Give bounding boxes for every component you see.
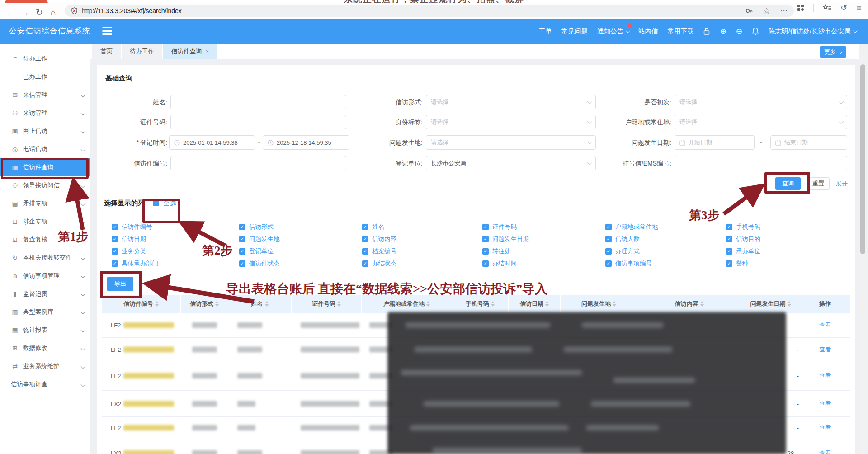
password-key-icon[interactable]: [745, 7, 753, 15]
tab-todo-work[interactable]: 待办工作: [122, 44, 162, 59]
problem-date-end-input[interactable]: 结束日期: [770, 135, 847, 150]
bell-icon[interactable]: [752, 27, 759, 35]
sidebar-item-phone-petition[interactable]: ◎电话信访: [0, 140, 90, 158]
col-header[interactable]: 姓名: [228, 295, 292, 313]
view-link[interactable]: 查看: [800, 321, 850, 329]
column-checkbox[interactable]: 信访事项编号: [605, 259, 652, 268]
sidebar-item-case-library[interactable]: ▥典型案例库: [0, 303, 90, 321]
lock-icon[interactable]: [703, 28, 710, 35]
sidebar-item-todo-work[interactable]: ≡待办工作: [0, 50, 90, 68]
view-link[interactable]: 查看: [800, 372, 850, 380]
column-checkbox[interactable]: 信访内容: [362, 235, 396, 244]
identity-tag-select[interactable]: 请选择: [426, 115, 596, 129]
reading-list-icon[interactable]: [823, 4, 831, 12]
page-scrollbar[interactable]: [859, 44, 867, 454]
sort-icon[interactable]: [613, 301, 616, 307]
sort-icon[interactable]: [215, 301, 219, 307]
sidebar-item-transfer-receive[interactable]: ↻本机关接收转交件: [0, 249, 90, 267]
column-checkbox[interactable]: 信访人数: [605, 235, 640, 244]
column-checkbox[interactable]: 承办单位: [726, 247, 760, 256]
col-header[interactable]: 问题发生地: [561, 295, 637, 313]
column-checkbox[interactable]: 具体承办部门: [112, 259, 158, 268]
select-all-checkbox[interactable]: [153, 200, 159, 206]
more-button[interactable]: 更多: [820, 46, 846, 58]
column-checkbox[interactable]: 业务分类: [112, 247, 146, 256]
col-header[interactable]: 信访形式: [181, 295, 228, 313]
sidebar-item-leader-reception[interactable]: ⚇领导接访阅信: [0, 176, 90, 194]
sidebar-item-matter-review[interactable]: 信访事项评查: [0, 375, 90, 393]
reset-button[interactable]: 重置: [807, 177, 830, 190]
column-checkbox[interactable]: 问题发生日期: [482, 235, 529, 244]
column-checkbox[interactable]: 信访形式: [239, 222, 274, 232]
problem-date-start-input[interactable]: 开始日期: [675, 135, 755, 150]
sort-icon[interactable]: [491, 301, 495, 307]
nav-site-mail[interactable]: 站内信: [638, 27, 658, 36]
column-checkbox[interactable]: 证件号码: [482, 222, 517, 232]
sidebar-item-visit-mgmt[interactable]: ⚇来访管理: [0, 104, 90, 122]
expand-link[interactable]: 展开: [836, 177, 848, 190]
sidebar-item-system-maintain[interactable]: ⇄业务系统维护: [0, 357, 90, 375]
column-checkbox[interactable]: 信访目的: [726, 235, 760, 244]
sidebar-item-supervision[interactable]: ▮监督追责: [0, 285, 90, 303]
collapse-menu-icon[interactable]: [102, 25, 113, 37]
column-checkbox[interactable]: 档案编号: [362, 247, 396, 256]
reload-icon[interactable]: ↻: [36, 8, 43, 17]
column-checkbox[interactable]: 转往处: [482, 247, 511, 256]
sidebar-item-review-recheck[interactable]: ⊡复查复核: [0, 231, 90, 249]
reg-time-start-input[interactable]: 2025-01-01 14:59:38: [169, 135, 255, 150]
close-tab-icon[interactable]: ×: [206, 44, 209, 59]
col-header[interactable]: 信访件编号: [102, 295, 181, 313]
browser-menu-icon[interactable]: ≡: [856, 3, 862, 12]
is-first-select[interactable]: 请选择: [675, 95, 847, 109]
undo-icon[interactable]: ↺: [840, 4, 847, 12]
export-button[interactable]: 导出: [107, 277, 133, 291]
more-options-icon[interactable]: ⋯: [780, 7, 788, 14]
column-checkbox[interactable]: 登记单位: [239, 247, 274, 256]
zoom-out-icon[interactable]: ⊖: [736, 28, 742, 35]
id-number-input[interactable]: [170, 115, 346, 129]
column-checkbox[interactable]: 办理方式: [605, 247, 640, 256]
sidebar-item-letter-mgmt[interactable]: ✉来信管理: [0, 86, 90, 104]
reg-unit-select[interactable]: 长沙市公安局: [426, 156, 596, 170]
sort-icon[interactable]: [700, 301, 704, 307]
sort-icon[interactable]: [788, 301, 791, 307]
sort-icon[interactable]: [337, 301, 341, 307]
col-header[interactable]: 信访日期: [509, 295, 561, 313]
view-link[interactable]: 查看: [800, 400, 850, 408]
sidebar-item-done-work[interactable]: ≡已办工作: [0, 68, 90, 86]
sort-icon[interactable]: [265, 301, 269, 307]
nav-downloads[interactable]: 常用下载: [667, 27, 693, 36]
petition-number-input[interactable]: [170, 156, 346, 170]
sidebar-item-online-petition[interactable]: ▣网上信访: [0, 122, 90, 140]
browser-tab-fragment[interactable]: [5, 0, 48, 3]
column-checkbox[interactable]: 信访件编号: [112, 222, 152, 232]
shield-warning-icon[interactable]: [71, 7, 78, 14]
sidebar-item-conflict-special[interactable]: ▤矛排专项: [0, 194, 90, 213]
name-input[interactable]: [170, 95, 346, 109]
address-bar[interactable]: http://11.33.3.203/#/xfj/search/index ☆ …: [65, 5, 794, 17]
col-header[interactable]: 手机号码: [452, 295, 509, 313]
col-header[interactable]: 信访内容: [637, 295, 741, 313]
column-checkbox[interactable]: 手机号码: [726, 222, 760, 232]
col-header[interactable]: 证件号码: [292, 295, 362, 313]
view-link[interactable]: 查看: [800, 345, 850, 354]
petition-form-select[interactable]: 请选择: [426, 95, 596, 109]
column-checkbox[interactable]: 警种: [726, 259, 748, 268]
forward-icon[interactable]: →: [21, 8, 29, 17]
sort-icon[interactable]: [426, 301, 430, 307]
sidebar-item-matter-mgmt[interactable]: ⋔信访事项管理: [0, 267, 90, 285]
view-link[interactable]: 查看: [800, 424, 850, 432]
sort-icon[interactable]: [545, 301, 549, 307]
nav-notice[interactable]: 通知公告: [597, 27, 629, 36]
household-select[interactable]: 请选择: [675, 115, 847, 129]
bookmark-star-icon[interactable]: ☆: [763, 7, 770, 15]
ems-input[interactable]: [675, 156, 847, 170]
column-checkbox[interactable]: 办结状态: [362, 259, 396, 268]
column-checkbox[interactable]: 办结时间: [482, 259, 517, 268]
sort-icon[interactable]: [155, 301, 159, 307]
col-header[interactable]: 问题发生日期: [741, 295, 800, 313]
extensions-icon[interactable]: [797, 4, 804, 11]
reg-time-end-input[interactable]: 2025-12-18 14:59:35: [263, 135, 349, 150]
sidebar-item-statistics[interactable]: ▦统计报表: [0, 321, 90, 339]
sidebar-item-petition-search[interactable]: ▥信访件查询: [0, 158, 90, 176]
